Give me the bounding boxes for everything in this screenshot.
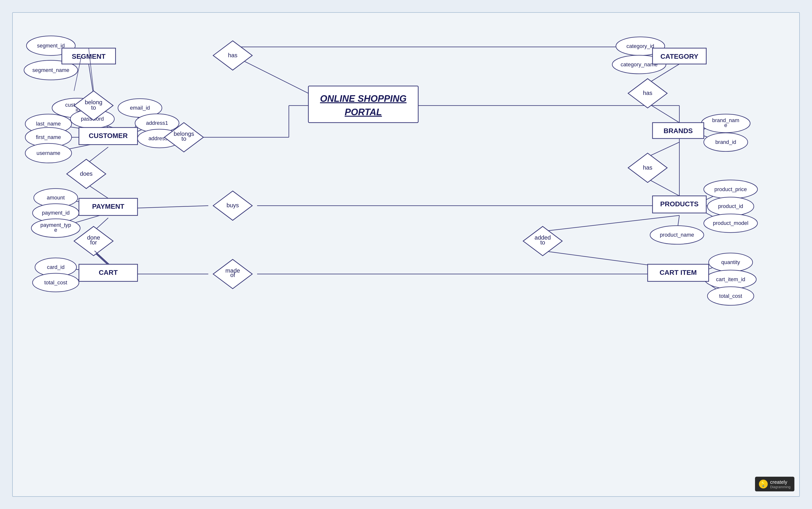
attr-cart-item-id: cart_item_id xyxy=(716,276,745,282)
rel-belongs-to2: to xyxy=(182,135,186,142)
rel-made-of2: of xyxy=(230,272,235,278)
attr-total-cost-cart: total_cost xyxy=(44,279,67,285)
attr-product-price: product_price xyxy=(714,186,747,192)
entity-brands: BRANDS xyxy=(664,127,693,135)
attr-address1: address1 xyxy=(146,120,168,126)
attr-category-name: category_name xyxy=(621,61,657,68)
attr-total-cost-ci: total_cost xyxy=(719,293,742,299)
rel-has-products: has xyxy=(643,164,653,171)
attr-payment-type2: e xyxy=(54,227,57,233)
diagram-canvas: segment_id segment_name customer_ id las… xyxy=(12,12,800,497)
attr-username: username xyxy=(36,150,61,156)
svg-line-25 xyxy=(648,103,679,123)
attr-category-id: category_id xyxy=(626,43,654,49)
rel-has-brand: has xyxy=(643,90,653,96)
svg-line-29 xyxy=(648,179,679,196)
portal-title-line2: PORTAL xyxy=(344,107,382,117)
svg-line-28 xyxy=(648,142,679,157)
attr-payment-id: payment_id xyxy=(42,210,69,216)
entity-category: CATEGORY xyxy=(660,53,699,60)
watermark: 💡 creately Diagramming xyxy=(755,477,795,491)
attr-email-id: email_id xyxy=(130,105,150,111)
attr-segment-id: segment_id xyxy=(37,42,65,49)
rel-done-for2: for xyxy=(90,239,97,246)
attr-product-id: product_id xyxy=(718,203,743,209)
entity-products: PRODUCTS xyxy=(660,200,699,208)
watermark-icon: 💡 xyxy=(759,480,768,488)
svg-line-44 xyxy=(135,206,208,208)
rel-has-category: has xyxy=(228,52,237,59)
attr-first-name: first_name xyxy=(36,134,61,140)
attr-amount: amount xyxy=(47,195,65,201)
rel-buys: buys xyxy=(226,202,239,208)
attr-segment-name: segment_name xyxy=(32,67,69,73)
entity-payment: PAYMENT xyxy=(92,203,124,210)
entity-customer: CUSTOMER xyxy=(89,132,128,139)
attr-product-name: product_name xyxy=(660,232,694,238)
svg-line-98 xyxy=(95,251,109,264)
attr-brand-id: brand_id xyxy=(715,139,736,145)
attr-quantity: quantity xyxy=(721,259,740,265)
rel-added-to2: to xyxy=(540,239,545,246)
attr-last-name: last_name xyxy=(36,121,61,127)
entity-segment: SEGMENT xyxy=(72,53,106,60)
portal-title-line1: ONLINE SHOPPING xyxy=(320,94,406,104)
attr-card-id: card_id xyxy=(47,264,65,270)
attr-product-model: product_model xyxy=(713,220,748,226)
entity-cart: CART xyxy=(99,269,118,276)
rel-does: does xyxy=(80,170,93,177)
watermark-text: creately Diagramming xyxy=(770,479,790,489)
entity-cart-item: CART ITEM xyxy=(660,269,697,276)
attr-brand-name2: e xyxy=(724,122,727,128)
rel-belong-to2: to xyxy=(91,104,96,111)
